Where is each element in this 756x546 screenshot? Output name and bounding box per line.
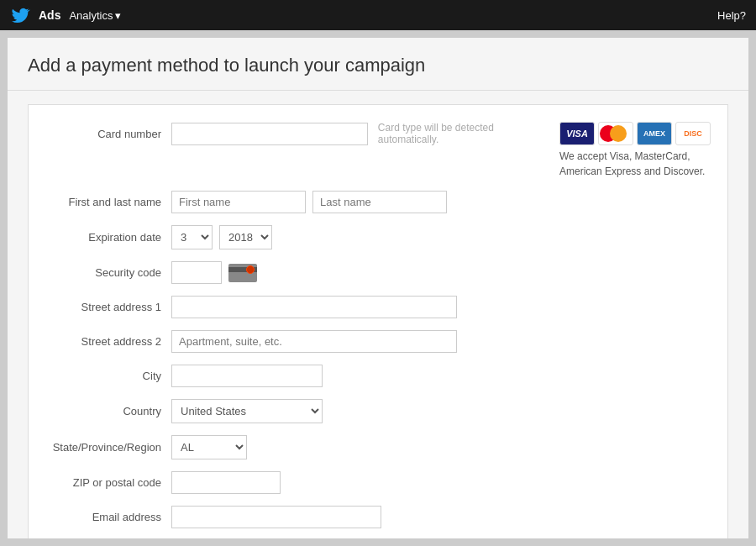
country-select[interactable]: United States Canada United Kingdom Aust… (171, 399, 323, 423)
street1-label: Street address 1 (45, 301, 171, 313)
visa-icon: VISA (559, 122, 595, 145)
email-controls (171, 506, 711, 528)
email-row: Email address (29, 506, 727, 528)
city-row: City (29, 365, 727, 387)
state-select[interactable]: ALAKAZ ARCACO CTDEFL GAHIID ILINIA NYTXW… (171, 435, 247, 459)
security-row: Security code (29, 261, 727, 284)
help-button[interactable]: Help? (717, 9, 746, 22)
main-content: Add a payment method to launch your camp… (7, 37, 749, 539)
analytics-menu-button[interactable]: Analytics ▾ (69, 9, 121, 22)
state-label: State/Province/Region (45, 441, 171, 454)
discover-icon: DISC (675, 122, 711, 145)
email-label: Email address (45, 511, 171, 523)
name-controls (171, 191, 711, 213)
zip-label: ZIP or postal code (45, 476, 171, 489)
twitter-logo-icon (10, 5, 30, 25)
first-name-input[interactable] (171, 191, 306, 213)
street1-controls (171, 296, 711, 318)
cvv-help-icon[interactable] (228, 263, 259, 283)
city-input[interactable] (171, 365, 323, 387)
country-row: Country United States Canada United King… (29, 399, 727, 423)
cvv-circle (246, 265, 255, 274)
page-title: Add a payment method to launch your camp… (8, 38, 748, 91)
expiry-label: Expiration date (45, 231, 171, 244)
card-icons: VISA AMEX DISC (559, 122, 711, 145)
card-number-label: Card number (45, 128, 171, 140)
accept-cards-text: We accept Visa, MasterCard, American Exp… (559, 149, 711, 179)
navbar-left: Ads Analytics ▾ (10, 5, 121, 25)
payment-form: Card number Card type will be detected a… (28, 104, 728, 539)
street2-input[interactable] (171, 330, 457, 353)
security-controls (171, 261, 711, 284)
city-label: City (45, 370, 171, 382)
state-controls: ALAKAZ ARCACO CTDEFL GAHIID ILINIA NYTXW… (171, 435, 711, 459)
city-controls (171, 365, 711, 387)
amex-icon: AMEX (637, 122, 672, 145)
analytics-chevron-icon: ▾ (115, 9, 121, 22)
street1-row: Street address 1 (29, 296, 727, 318)
zip-row: ZIP or postal code (29, 471, 727, 494)
last-name-input[interactable] (312, 191, 447, 213)
cvv-card-shape (228, 264, 257, 282)
expiry-row: Expiration date 123 456 789 101112 20182… (29, 225, 727, 249)
expiry-year-select[interactable]: 201820192020 202120222023 20242025 (219, 225, 272, 249)
street2-row: Street address 2 (29, 330, 727, 353)
zip-controls (171, 471, 711, 494)
state-row: State/Province/Region ALAKAZ ARCACO CTDE… (29, 435, 727, 459)
security-code-input[interactable] (171, 261, 222, 284)
street1-input[interactable] (171, 296, 457, 318)
brand-label: Ads (39, 8, 60, 22)
card-number-controls: Card type will be detected automatically… (171, 122, 526, 145)
country-label: Country (45, 405, 171, 417)
expiry-month-select[interactable]: 123 456 789 101112 (171, 225, 213, 249)
card-detect-text: Card type will be detected automatically… (378, 122, 526, 145)
street2-controls (171, 330, 711, 353)
name-label: First and last name (45, 196, 171, 208)
analytics-label: Analytics (69, 9, 113, 22)
email-input[interactable] (171, 506, 381, 528)
security-label: Security code (45, 266, 171, 279)
country-controls: United States Canada United Kingdom Aust… (171, 399, 711, 423)
card-number-input[interactable] (171, 123, 368, 145)
navbar: Ads Analytics ▾ Help? (0, 0, 756, 30)
expiry-controls: 123 456 789 101112 201820192020 20212022… (171, 225, 711, 249)
name-row: First and last name (29, 191, 727, 213)
mastercard-icon (598, 122, 633, 145)
street2-label: Street address 2 (45, 335, 171, 348)
zip-input[interactable] (171, 471, 281, 494)
